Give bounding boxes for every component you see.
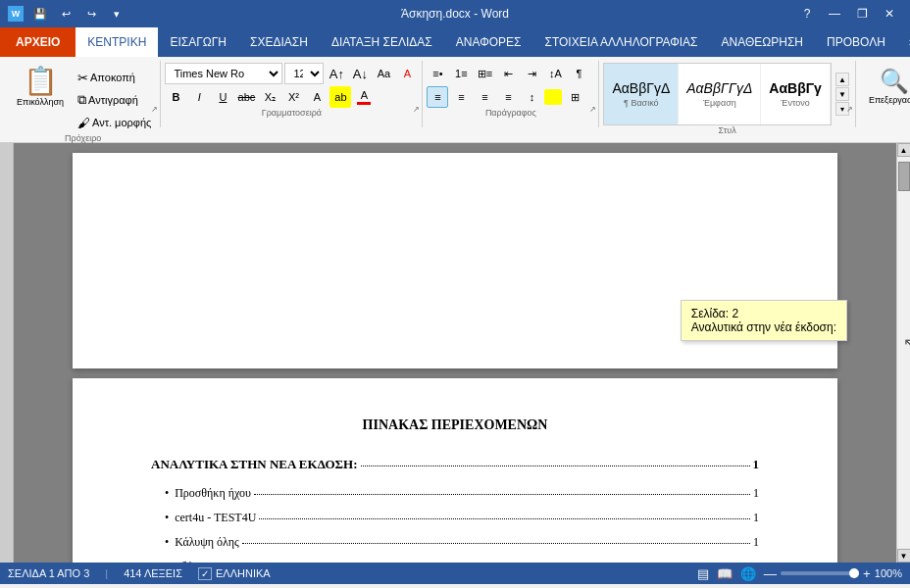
multilevel-btn[interactable]: ⊞≡: [474, 63, 495, 84]
toc-item-dots-0: [254, 494, 750, 495]
decrease-font-btn[interactable]: A↓: [349, 63, 371, 84]
menu-item-design[interactable]: ΣΧΕΔΙΑΣΗ: [238, 27, 320, 57]
line-spacing-btn[interactable]: ↕: [521, 86, 542, 108]
help-btn[interactable]: ?: [794, 4, 820, 24]
editing-button[interactable]: 🔍 Επεξεργασία: [860, 63, 910, 110]
doc-scroll-area[interactable]: ΠΙΝΑΚΑΣ ΠΕΡΙΕΧΟΜΕΝΩΝ ΑΝΑΛΥΤΙΚΑ ΣΤΗΝ ΝΕΑ …: [14, 143, 896, 563]
left-margin: [0, 143, 14, 563]
format-painter-button[interactable]: 🖌 Αντ. μορφής: [73, 112, 156, 133]
bullet-3: •: [165, 560, 169, 563]
view-web-btn[interactable]: 🌐: [740, 566, 756, 581]
toc-item-dots-2: [242, 543, 750, 544]
text-effect-btn[interactable]: A: [306, 86, 328, 108]
paste-label: Επικόλληση: [17, 97, 64, 107]
zoom-in-btn[interactable]: +: [863, 566, 871, 581]
menu-item-home[interactable]: ΚΕΝΤΡΙΚΗ: [76, 27, 158, 57]
document-area: ΠΙΝΑΚΑΣ ΠΕΡΙΕΧΟΜΕΝΩΝ ΑΝΑΛΥΤΙΚΑ ΣΤΗΝ ΝΕΑ …: [0, 143, 910, 563]
cut-label: Αποκοπή: [90, 72, 135, 83]
sep1: |: [105, 567, 108, 579]
clear-format-btn[interactable]: A: [396, 63, 418, 84]
status-right: ▤ 📖 🌐 — + 100%: [697, 566, 902, 581]
align-left-btn[interactable]: ≡: [427, 86, 448, 108]
font-label: Γραμματοσειρά: [165, 108, 418, 120]
cut-button[interactable]: ✂ Αποκοπή: [73, 67, 156, 88]
bold-button[interactable]: B: [165, 86, 186, 108]
paragraph-group: ≡• 1≡ ⊞≡ ⇤ ⇥ ↕A ¶ ≡ ≡ ≡ ≡ ↕ ⊞: [423, 61, 599, 127]
menu-item-view[interactable]: ΠΡΟΒΟΛΗ: [815, 27, 897, 57]
decrease-indent-btn[interactable]: ⇤: [497, 63, 519, 84]
underline-button[interactable]: U: [212, 86, 233, 108]
show-marks-btn[interactable]: ¶: [568, 63, 589, 84]
italic-button[interactable]: I: [188, 86, 210, 108]
clipboard-expander[interactable]: ↗: [151, 105, 158, 114]
undo-quick-btn[interactable]: ↩: [55, 3, 76, 24]
status-bar: ΣΕΛΙΔΑ 1 ΑΠΟ 3 | 414 ΛΕΞΕΙΣ ✓ ΕΛΛΗΝΙΚΑ ▤…: [0, 563, 910, 584]
shading-btn[interactable]: [544, 89, 562, 105]
font-row1: Times New Ro 12 A↑ A↓ Aa A: [165, 63, 418, 84]
tooltip: Σελίδα: 2 Αναλυτικά στην νέα έκδοση:: [681, 300, 847, 341]
menu-item-references[interactable]: ΑΝΑΦΟΡΕΣ: [444, 27, 533, 57]
font-size-select[interactable]: 12: [284, 63, 324, 84]
styles-content: AαBβΓγΔ ¶ Βασικό AαBβΓΓγΔ Έμφαση AαBβΓγ …: [603, 63, 851, 125]
style-strong[interactable]: AαBβΓγ Έντονο: [761, 64, 831, 124]
file-menu[interactable]: ΑΡΧΕΙΟ: [0, 27, 76, 57]
close-btn[interactable]: ✕: [877, 4, 902, 24]
paste-button[interactable]: 📋 Επικόλληση: [10, 63, 71, 112]
menu-item-insert[interactable]: ΕΙΣΑΓΩΓΗ: [158, 27, 238, 57]
styles-scroll-down[interactable]: ▼: [835, 87, 849, 101]
font-name-select[interactable]: Times New Ro: [165, 63, 282, 84]
bullet-2: •: [165, 535, 169, 550]
style-emphasis-preview: AαBβΓΓγΔ: [686, 80, 752, 96]
bullets-btn[interactable]: ≡•: [427, 63, 448, 84]
scroll-thumb[interactable]: [898, 162, 910, 191]
increase-font-btn[interactable]: A↑: [326, 63, 347, 84]
menu-item-review[interactable]: ΑΝΑΘΕΩΡΗΣΗ: [710, 27, 815, 57]
save-quick-btn[interactable]: 💾: [29, 3, 51, 24]
redo-quick-btn[interactable]: ↪: [80, 3, 102, 24]
toc-item-page-1: 1: [753, 511, 759, 525]
scroll-track[interactable]: ↖: [897, 157, 910, 549]
zoom-out-btn[interactable]: —: [764, 566, 777, 581]
scroll-down-btn[interactable]: ▼: [897, 549, 911, 563]
font-color-btn[interactable]: A: [353, 86, 375, 108]
style-basic[interactable]: AαBβΓγΔ ¶ Βασικό: [604, 64, 679, 124]
paragraph-expander[interactable]: ↗: [589, 105, 596, 114]
menu-items: ΚΕΝΤΡΙΚΗ ΕΙΣΑΓΩΓΗ ΣΧΕΔΙΑΣΗ ΔΙΑΤΑΞΗ ΣΕΛΙΔ…: [76, 27, 910, 57]
sort-btn[interactable]: ↕A: [544, 63, 566, 84]
justify-btn[interactable]: ≡: [497, 86, 519, 108]
change-case-btn[interactable]: Aa: [373, 63, 394, 84]
lang-icon: ✓: [198, 567, 212, 580]
styles-expander[interactable]: ↗: [846, 105, 853, 114]
view-reading-btn[interactable]: 📖: [717, 566, 733, 581]
superscript-button[interactable]: X²: [282, 86, 304, 108]
increase-indent-btn[interactable]: ⇥: [521, 63, 542, 84]
menu-item-mail[interactable]: ΣΤΟΙΧΕΙΑ ΑΛΛΗΛΟΓΡΑΦΙΑΣ: [532, 27, 709, 57]
toc-item-0: • Προσθήκη ήχου 1: [151, 486, 759, 501]
zoom-slider[interactable]: [781, 571, 859, 575]
menu-item-more[interactable]: »: [897, 27, 910, 57]
align-right-btn[interactable]: ≡: [474, 86, 495, 108]
style-emphasis[interactable]: AαBβΓΓγΔ Έμφαση: [679, 64, 761, 124]
para-row2: ≡ ≡ ≡ ≡ ↕ ⊞: [427, 86, 585, 108]
copy-button[interactable]: ⧉ Αντιγραφή: [73, 89, 156, 111]
view-normal-btn[interactable]: ▤: [697, 566, 709, 581]
subscript-button[interactable]: X₂: [259, 86, 280, 108]
style-basic-preview: AαBβΓγΔ: [612, 80, 670, 96]
minimize-btn[interactable]: —: [822, 4, 847, 24]
toc-section-page: 1: [753, 457, 760, 472]
menu-item-layout[interactable]: ΔΙΑΤΑΞΗ ΣΕΛΙΔΑΣ: [320, 27, 444, 57]
zoom-thumb[interactable]: [849, 568, 859, 578]
borders-btn[interactable]: ⊞: [564, 86, 585, 108]
customize-quick-btn[interactable]: ▾: [106, 3, 127, 24]
font-expander[interactable]: ↗: [413, 105, 420, 114]
align-center-btn[interactable]: ≡: [450, 86, 472, 108]
scroll-up-btn[interactable]: ▲: [897, 143, 911, 157]
highlight-color-btn[interactable]: ab: [329, 86, 351, 108]
bullet-1: •: [165, 511, 169, 525]
styles-scroll-up[interactable]: ▲: [835, 73, 849, 86]
quick-access-toolbar: 💾 ↩ ↪ ▾: [29, 3, 127, 24]
window-controls: ? — ❐ ✕: [794, 4, 902, 24]
restore-btn[interactable]: ❐: [849, 4, 875, 24]
numbering-btn[interactable]: 1≡: [450, 63, 472, 84]
strikethrough-button[interactable]: abc: [235, 86, 257, 108]
